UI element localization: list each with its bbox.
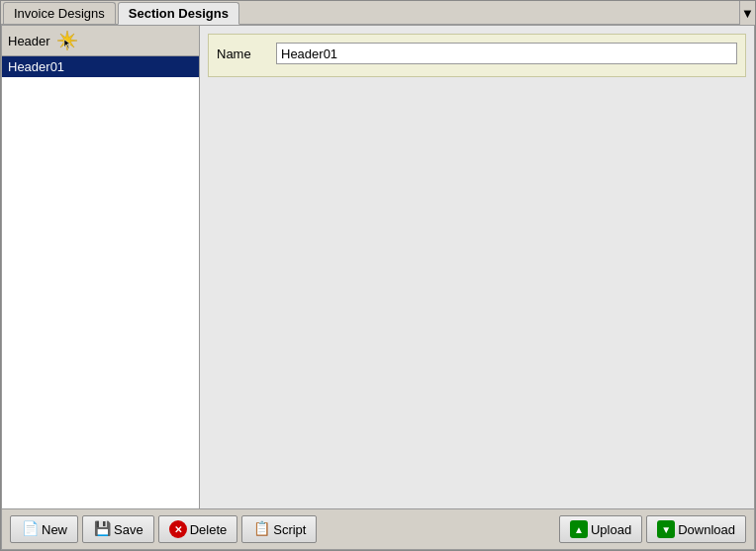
new-button[interactable]: New <box>10 515 78 543</box>
name-input[interactable] <box>276 43 737 64</box>
list-item[interactable]: Header01 <box>2 56 199 77</box>
section-list: Header01 <box>2 56 199 508</box>
name-row: Name <box>217 43 737 64</box>
svg-marker-0 <box>57 31 77 50</box>
download-label: Download <box>678 522 735 537</box>
left-panel: Header Header01 <box>2 26 200 508</box>
content-area: Header Header01 <box>1 25 755 550</box>
section-header: Header <box>2 26 199 56</box>
new-label: New <box>42 522 67 537</box>
tab-section-designs[interactable]: Section Designs <box>118 2 239 25</box>
save-button[interactable]: Save <box>82 515 154 543</box>
download-icon: ▼ <box>657 520 675 538</box>
delete-button[interactable]: ✕ Delete <box>158 515 238 543</box>
dropdown-arrow-icon: ▼ <box>741 6 754 21</box>
delete-label: Delete <box>190 522 228 537</box>
body-area: Header Header01 <box>2 26 754 508</box>
tab-section-designs-label: Section Designs <box>129 6 229 21</box>
script-label: Script <box>273 522 306 537</box>
save-icon <box>93 520 111 538</box>
toolbar: New Save ✕ Delete Script ▲ Upload ▼ Down… <box>2 508 754 549</box>
tab-dropdown[interactable]: ▼ <box>739 1 755 25</box>
download-button[interactable]: ▼ Download <box>646 515 746 543</box>
tab-bar: Invoice Designs Section Designs ▼ <box>1 1 755 25</box>
name-label: Name <box>217 46 276 61</box>
list-item-label: Header01 <box>8 59 64 74</box>
tab-invoice-designs-label: Invoice Designs <box>14 6 105 21</box>
main-container: Invoice Designs Section Designs ▼ Header <box>0 0 756 551</box>
upload-label: Upload <box>591 522 631 537</box>
upload-icon: ▲ <box>570 520 588 538</box>
new-icon <box>21 520 39 538</box>
section-header-label: Header <box>8 34 50 48</box>
script-icon <box>252 520 270 538</box>
tab-invoice-designs[interactable]: Invoice Designs <box>3 2 116 24</box>
right-panel: Name <box>200 26 754 508</box>
script-button[interactable]: Script <box>241 515 317 543</box>
save-label: Save <box>114 522 143 537</box>
delete-icon: ✕ <box>169 520 187 538</box>
upload-button[interactable]: ▲ Upload <box>559 515 642 543</box>
form-area: Name <box>208 34 746 77</box>
starburst-icon <box>56 30 78 51</box>
